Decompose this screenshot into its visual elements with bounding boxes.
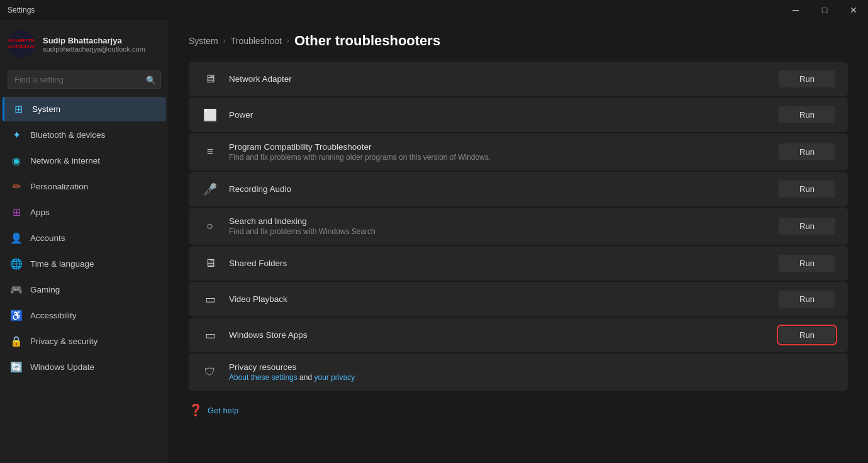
video-playback-title: Video Playback <box>229 294 769 304</box>
update-icon: 🔄 <box>10 361 23 373</box>
sidebar-item-accessibility[interactable]: ♿ Accessibility <box>3 303 166 328</box>
privacy-resources-title: Privacy resources <box>229 362 835 372</box>
network-adapter-run-button[interactable]: Run <box>779 70 835 87</box>
power-run-button[interactable]: Run <box>779 106 835 123</box>
windows-store-apps-title: Windows Store Apps <box>229 330 769 340</box>
program-compat-desc: Find and fix problems with running older… <box>229 153 769 162</box>
recording-audio-run-button[interactable]: Run <box>779 181 835 198</box>
bluetooth-icon: ✦ <box>10 129 23 141</box>
breadcrumb-troubleshoot[interactable]: Troubleshoot <box>231 36 282 46</box>
user-name: Sudip Bhattacharjya <box>43 36 145 45</box>
maximize-button[interactable]: □ <box>810 0 839 20</box>
program-compat-text: Program Compatibility Troubleshooter Fin… <box>229 142 769 162</box>
sidebar-item-system[interactable]: ⊞ System <box>3 97 166 121</box>
gaming-icon: 🎮 <box>10 284 23 296</box>
sidebar-item-privacy[interactable]: 🔒 Privacy & security <box>3 329 166 354</box>
privacy-resources-links: About these settings and your privacy <box>229 373 835 382</box>
search-icon: 🔍 <box>146 75 156 84</box>
search-indexing-desc: Find and fix problems with Windows Searc… <box>229 227 769 236</box>
sidebar-item-gaming[interactable]: 🎮 Gaming <box>3 277 166 302</box>
recording-audio-title: Recording Audio <box>229 184 769 194</box>
get-help-icon: ❓ <box>189 403 203 417</box>
sidebar-item-bluetooth[interactable]: ✦ Bluetooth & devices <box>3 123 166 147</box>
accessibility-icon: ♿ <box>10 310 23 321</box>
recording-audio-icon: 🎤 <box>201 182 219 196</box>
titlebar: Settings ─ □ ✕ <box>0 0 868 20</box>
search-box[interactable]: 🔍 <box>8 70 161 89</box>
close-button[interactable]: ✕ <box>839 0 868 20</box>
sidebar-item-personalization[interactable]: ✏ Personalization <box>3 174 166 199</box>
window-title: Settings <box>8 6 35 14</box>
breadcrumb-current: Other troubleshooters <box>294 33 440 49</box>
video-playback-text: Video Playback <box>229 294 769 304</box>
privacy-resources-icon: 🛡 <box>201 365 219 379</box>
troubleshooter-item-windows-store-apps: ▭ Windows Store Apps Run <box>189 318 848 352</box>
video-playback-run-button[interactable]: Run <box>779 291 835 308</box>
user-info: Sudip Bhattacharjya sudipbhattacharjya@o… <box>43 36 145 53</box>
sidebar-item-apps-label: Apps <box>30 208 50 217</box>
search-indexing-title: Search and Indexing <box>229 216 769 226</box>
gigabyte-logo: GIGABYTE TECHNOLOGY <box>8 38 35 50</box>
network-icon: ◉ <box>10 155 23 167</box>
troubleshooter-item-power: ⬜ Power Run <box>189 98 848 132</box>
program-compat-icon: ≡ <box>201 145 219 159</box>
window-controls: ─ □ ✕ <box>781 0 868 20</box>
sidebar-item-update-label: Windows Update <box>30 362 94 372</box>
sidebar-item-time-label: Time & language <box>30 259 94 269</box>
shared-folders-text: Shared Folders <box>229 259 769 268</box>
sidebar-item-personalization-label: Personalization <box>30 182 88 191</box>
troubleshooter-item-network-adapter: 🖥 Network Adapter Run <box>189 62 848 96</box>
search-indexing-text: Search and Indexing Find and fix problem… <box>229 216 769 236</box>
breadcrumb-sep1: › <box>223 36 226 45</box>
sidebar: GIGABYTE TECHNOLOGY Sudip Bhattacharjya … <box>0 20 169 463</box>
privacy-resources-text: Privacy resources About these settings a… <box>229 362 835 382</box>
minimize-button[interactable]: ─ <box>781 0 810 20</box>
sidebar-item-network-label: Network & internet <box>30 156 100 165</box>
sidebar-item-gaming-label: Gaming <box>30 285 60 294</box>
sidebar-item-update[interactable]: 🔄 Windows Update <box>3 355 166 379</box>
power-icon: ⬜ <box>201 108 219 122</box>
search-indexing-run-button[interactable]: Run <box>779 218 835 235</box>
windows-store-apps-run-button[interactable]: Run <box>779 326 835 343</box>
user-email: sudipbhattacharjya@outlook.com <box>43 45 145 53</box>
power-title: Power <box>229 110 769 120</box>
windows-store-apps-text: Windows Store Apps <box>229 330 769 340</box>
search-input[interactable] <box>8 70 161 89</box>
network-adapter-title: Network Adapter <box>229 74 769 84</box>
sidebar-item-accounts[interactable]: 👤 Accounts <box>3 226 166 250</box>
time-icon: 🌐 <box>10 258 23 270</box>
troubleshooter-item-program-compat: ≡ Program Compatibility Troubleshooter F… <box>189 133 848 170</box>
sidebar-item-network[interactable]: ◉ Network & internet <box>3 148 166 173</box>
personalization-icon: ✏ <box>10 181 23 192</box>
sidebar-item-system-label: System <box>32 104 60 114</box>
sidebar-item-time[interactable]: 🌐 Time & language <box>3 252 166 276</box>
search-indexing-icon: ○ <box>201 220 219 233</box>
windows-store-apps-icon: ▭ <box>201 328 219 342</box>
power-text: Power <box>229 110 769 120</box>
system-icon: ⊞ <box>12 103 25 115</box>
network-adapter-text: Network Adapter <box>229 74 769 84</box>
get-help-link[interactable]: Get help <box>208 406 238 415</box>
avatar: GIGABYTE TECHNOLOGY <box>8 30 35 58</box>
sidebar-item-accessibility-label: Accessibility <box>30 311 77 320</box>
your-privacy-link[interactable]: your privacy <box>314 373 355 382</box>
about-settings-link[interactable]: About these settings <box>229 373 298 382</box>
breadcrumb-system[interactable]: System <box>189 36 218 46</box>
breadcrumb-sep2: › <box>287 36 289 45</box>
sidebar-item-bluetooth-label: Bluetooth & devices <box>30 130 105 140</box>
app-body: GIGABYTE TECHNOLOGY Sudip Bhattacharjya … <box>0 20 868 463</box>
program-compat-run-button[interactable]: Run <box>779 143 835 160</box>
troubleshooter-item-search-indexing: ○ Search and Indexing Find and fix probl… <box>189 208 848 245</box>
sidebar-item-accounts-label: Accounts <box>30 233 65 243</box>
breadcrumb: System › Troubleshoot › Other troublesho… <box>189 20 848 62</box>
program-compat-title: Program Compatibility Troubleshooter <box>229 142 769 152</box>
sidebar-item-apps[interactable]: ⊞ Apps <box>3 200 166 225</box>
apps-icon: ⊞ <box>10 206 23 218</box>
user-profile: GIGABYTE TECHNOLOGY Sudip Bhattacharjya … <box>0 20 169 68</box>
privacy-resources-section: 🛡 Privacy resources About these settings… <box>189 354 848 391</box>
shared-folders-run-button[interactable]: Run <box>779 255 835 272</box>
get-help-section: ❓ Get help <box>189 401 848 420</box>
recording-audio-text: Recording Audio <box>229 184 769 194</box>
shared-folders-title: Shared Folders <box>229 259 769 268</box>
network-adapter-icon: 🖥 <box>201 72 219 86</box>
